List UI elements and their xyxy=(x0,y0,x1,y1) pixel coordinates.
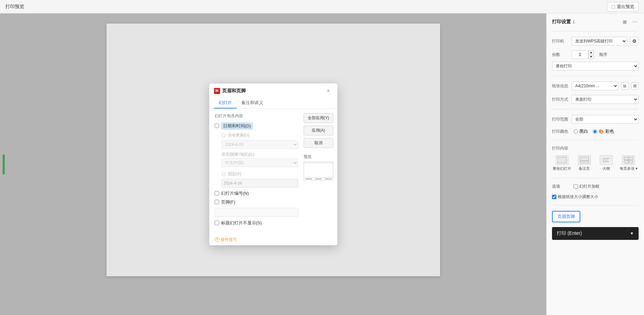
color-text: 彩色 xyxy=(605,128,614,134)
copies-label: 份数 xyxy=(552,52,569,58)
copies-input[interactable] xyxy=(572,50,588,59)
apply-button[interactable]: 应用(A) xyxy=(304,126,333,135)
printer-label: 打印机 xyxy=(552,38,569,44)
preview-area: W 页眉和页脚 × 幻灯片 备注和讲义 幻灯片包含内容 xyxy=(0,13,546,315)
footer-row: 页脚(F) xyxy=(215,199,298,205)
printer-row: 打印机 发送到WPS高级打印 ⚙ xyxy=(552,37,639,45)
dialog-close-button[interactable]: × xyxy=(325,87,333,95)
options-row: 选项 幻灯片加框 根据纸张大小调整大小 xyxy=(552,184,639,200)
layout-icon[interactable]: ⊞ xyxy=(621,18,628,26)
preview-content-area xyxy=(304,163,333,177)
cancel-button[interactable]: 取消 xyxy=(304,138,333,148)
date-checkbox-label[interactable]: 日期和时间(D) xyxy=(221,122,253,130)
svg-rect-1 xyxy=(580,157,589,160)
bw-radio[interactable] xyxy=(574,129,578,134)
outline-icon xyxy=(600,155,613,165)
bw-label: 黑白 xyxy=(579,128,588,134)
color-label-text: 🎨 xyxy=(599,129,604,134)
footer-text-input[interactable] xyxy=(215,208,298,217)
svg-rect-2 xyxy=(580,161,589,163)
divider-2 xyxy=(552,76,639,76)
auto-update-label: 自动更新(U) xyxy=(228,132,250,138)
copies-spinner: ▲ ▼ xyxy=(572,50,594,59)
page-title: 打印预览 xyxy=(5,4,24,10)
content-option-notes[interactable]: 备注页 xyxy=(574,154,594,172)
copies-row: 份数 ▲ ▼ 顺序 逐份打印 xyxy=(552,50,639,70)
color-row: 打印颜色 黑白 🎨 彩色 xyxy=(552,128,639,134)
dialog-title: W 页眉和页脚 xyxy=(214,88,246,94)
dialog-title-text: 页眉和页脚 xyxy=(222,88,246,94)
paper-size-select[interactable]: A4(210mm ... xyxy=(572,82,618,90)
dialog-tip[interactable]: ? 操作技巧 xyxy=(209,234,337,245)
divider-1 xyxy=(552,31,639,31)
portrait-button[interactable]: 纵 xyxy=(621,82,628,90)
slide-icon xyxy=(556,155,569,165)
footer-checkbox[interactable] xyxy=(215,200,219,204)
slide-number-label[interactable]: 幻灯片编号(N) xyxy=(221,190,249,196)
wps-icon: W xyxy=(214,88,220,94)
resize-option[interactable]: 根据纸张大小调整大小 xyxy=(552,194,598,200)
landscape-button[interactable]: 横 xyxy=(631,82,639,90)
options-label: 选项 xyxy=(552,184,569,189)
more-icon[interactable]: ⋯ xyxy=(631,18,639,26)
fixed-radio[interactable] xyxy=(221,172,226,176)
exit-preview-button[interactable]: ⬚ 退出预览 xyxy=(607,2,639,11)
panel-title: 打印设置 ℹ xyxy=(552,19,575,25)
duplex-row: 打印方式 单面打印 xyxy=(552,95,639,104)
color-option[interactable]: 🎨 彩色 xyxy=(593,128,614,134)
slide-number-row: 幻灯片编号(N) xyxy=(215,190,298,196)
paper-row: 纸张信息 A4(210mm ... 纵 横 xyxy=(552,82,639,90)
date-checkbox[interactable] xyxy=(215,124,219,128)
tab-slides[interactable]: 幻灯片 xyxy=(214,98,237,108)
auto-update-radio[interactable] xyxy=(221,133,226,137)
panel-title-text: 打印设置 xyxy=(552,19,571,25)
date-checkbox-row: 日期和时间(D) xyxy=(215,122,298,130)
resize-checkbox[interactable] xyxy=(552,195,556,199)
dialog-section-title: 幻灯片包含内容 xyxy=(215,113,298,119)
dialog-title-bar: W 页眉和页脚 × xyxy=(209,84,337,95)
order-select[interactable]: 逐份打印 xyxy=(552,62,639,70)
content-section: 打印内容 整张幻灯片 备注页 xyxy=(552,146,639,172)
svg-rect-7 xyxy=(629,157,633,160)
print-label: 打印 (Enter) xyxy=(557,230,582,237)
title-slide-label[interactable]: 标题幻灯片不显示(S) xyxy=(221,220,262,226)
content-option-slide[interactable]: 整张幻灯片 xyxy=(552,154,572,172)
paper-label: 纸张信息 xyxy=(552,83,569,89)
divider-5 xyxy=(552,178,639,178)
auto-update-date-select[interactable]: 2024-4-26 xyxy=(221,140,298,149)
content-option-multi[interactable]: 每页多张 ▾ xyxy=(618,154,639,172)
range-select[interactable]: 全部 xyxy=(572,115,639,124)
help-icon: ℹ xyxy=(573,20,575,25)
preview-footer-area xyxy=(304,178,333,180)
frame-checkbox[interactable] xyxy=(574,184,578,189)
print-button[interactable]: 打印 (Enter) ▼ xyxy=(552,227,639,240)
title-slide-checkbox[interactable] xyxy=(215,221,219,225)
copies-up[interactable]: ▲ xyxy=(588,50,594,55)
svg-rect-8 xyxy=(624,160,628,163)
duplex-select[interactable]: 单面打印 xyxy=(572,95,639,104)
notes-icon xyxy=(578,155,591,165)
color-radio[interactable] xyxy=(593,129,597,134)
gear-button[interactable]: ⚙ xyxy=(630,37,639,45)
copies-down[interactable]: ▼ xyxy=(588,55,594,59)
header-footer-button[interactable]: 页眉页脚 xyxy=(552,211,580,222)
apply-all-button[interactable]: 全部应用(Y) xyxy=(304,113,333,123)
svg-rect-6 xyxy=(624,157,628,160)
slide-number-checkbox[interactable] xyxy=(215,191,219,195)
radio-indent-block: 自动更新(U) 2024-4-26 语言(国家/地区)(L): xyxy=(221,132,298,188)
language-select[interactable]: 中文(中国) xyxy=(221,158,298,167)
bw-option[interactable]: 黑白 xyxy=(574,128,588,134)
title-slide-row: 标题幻灯片不显示(S) xyxy=(215,220,298,226)
content-label: 打印内容 xyxy=(552,146,639,151)
footer-label[interactable]: 页脚(F) xyxy=(221,199,236,205)
outline-label: 大纲 xyxy=(603,166,610,171)
fixed-value-input[interactable] xyxy=(221,179,298,188)
content-option-outline[interactable]: 大纲 xyxy=(596,154,617,172)
printer-select[interactable]: 发送到WPS高级打印 xyxy=(572,37,627,45)
frame-option[interactable]: 幻灯片加框 xyxy=(574,184,600,189)
top-bar: 打印预览 ⬚ 退出预览 xyxy=(0,0,644,13)
multi-icon xyxy=(622,155,635,165)
duplex-label: 打印方式 xyxy=(552,97,569,102)
slide-label: 整张幻灯片 xyxy=(553,166,571,171)
tab-notes[interactable]: 备注和讲义 xyxy=(237,98,268,108)
